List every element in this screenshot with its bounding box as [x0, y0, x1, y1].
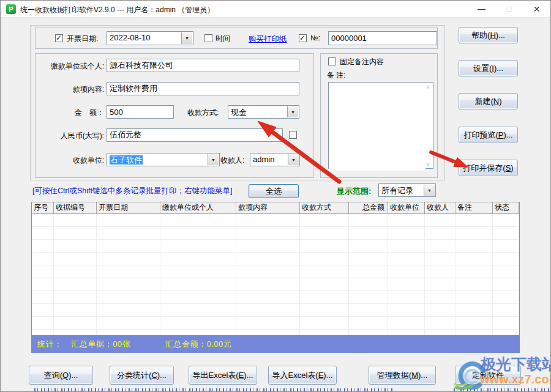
time-checkbox[interactable]	[204, 34, 212, 42]
invoice-date-label: 开票日期:	[67, 34, 98, 44]
label: E	[318, 371, 324, 380]
number-input[interactable]	[328, 31, 437, 45]
table-cell	[425, 317, 455, 329]
payment-method-label: 收款方式:	[187, 108, 219, 118]
scroll-up-icon[interactable]: ∧	[424, 84, 432, 90]
chevron-down-icon[interactable]: ▼	[288, 154, 299, 165]
payee-combobox[interactable]: admin ▼	[250, 153, 300, 166]
select-all-button[interactable]: 全选	[249, 184, 299, 198]
column-header-2[interactable]: 收据编号	[54, 202, 97, 214]
number-label: №:	[310, 34, 320, 42]
invoice-date-combobox[interactable]: 2022-08-10 ▼	[107, 31, 193, 45]
table-cell	[455, 317, 493, 329]
label: )...	[244, 371, 253, 380]
table-cell	[388, 278, 425, 290]
table-cell	[349, 214, 388, 226]
table-cell	[32, 278, 54, 290]
chevron-down-icon[interactable]: ▼	[424, 185, 435, 196]
caps-amount-input[interactable]	[107, 128, 283, 142]
column-header-3[interactable]: 开票日期	[97, 202, 160, 214]
query-button[interactable]: 查询(Q)...	[29, 366, 93, 385]
import-excel-button[interactable]: 导入Excel表(E)...	[268, 366, 337, 385]
table-cell	[97, 214, 160, 226]
maximize-button[interactable]: □	[495, 1, 523, 17]
table-cell	[54, 240, 97, 252]
item-input[interactable]	[107, 82, 299, 95]
table-cell	[388, 317, 425, 329]
table-cell	[54, 330, 97, 336]
table-cell	[160, 214, 236, 226]
payee-unit-combobox[interactable]: 石子软件 ▼	[107, 153, 220, 166]
chevron-down-icon[interactable]: ▼	[208, 154, 219, 165]
chevron-down-icon[interactable]: ▼	[181, 32, 192, 44]
table-cell	[493, 214, 519, 226]
minimize-button[interactable]: —	[468, 1, 495, 17]
records-table[interactable]: 序号收据编号开票日期缴款单位或个人款项内容收款方式总金额收款单位收款人备注状态	[31, 202, 520, 336]
table-cell	[54, 278, 97, 290]
column-header-8[interactable]: 收款单位	[388, 202, 425, 214]
title-bar: P 统一收款收据打印软件V2.9.0 --- 用户名：admin （管理员） —…	[1, 1, 550, 18]
table-cell	[236, 265, 300, 278]
invoice-date-checkbox[interactable]	[55, 34, 63, 42]
table-cell	[349, 253, 388, 265]
buy-paper-link[interactable]: 购买打印纸	[249, 34, 287, 45]
column-header-7[interactable]: 总金额	[349, 202, 388, 214]
label: 帮助(	[471, 30, 490, 41]
table-cell	[300, 214, 349, 226]
table-cell	[388, 227, 425, 239]
column-header-1[interactable]: 序号	[32, 202, 54, 214]
table-row	[32, 304, 519, 317]
app-icon: P	[6, 4, 16, 14]
print-save-button[interactable]: 打印并保存(S)	[459, 160, 518, 176]
table-cell	[97, 291, 160, 303]
caps-amount-checkbox[interactable]	[289, 131, 297, 139]
column-header-11[interactable]: 状态	[493, 202, 519, 214]
table-cell	[455, 227, 493, 239]
label: 定制软件	[472, 370, 504, 381]
column-header-10[interactable]: 备注	[455, 202, 493, 214]
amount-input[interactable]	[107, 105, 174, 119]
manage-data-button[interactable]: 管理数据(M)...	[369, 366, 436, 385]
table-cell	[236, 278, 300, 290]
print-preview-button[interactable]: 打印预览(P)...	[459, 127, 518, 143]
label: 查询(	[44, 370, 62, 381]
label: 新建(	[474, 96, 493, 107]
chevron-down-icon[interactable]: ▼	[287, 106, 298, 117]
help-button[interactable]: 帮助(H)...	[459, 27, 518, 43]
display-range-combobox[interactable]: 所有记录 ▼	[378, 183, 436, 197]
table-cell	[97, 253, 160, 265]
payer-label: 缴款单位或个人:	[38, 61, 104, 72]
close-button[interactable]: ✕	[523, 1, 550, 17]
fixed-note-checkbox[interactable]	[328, 57, 336, 65]
settings-button[interactable]: 设置(I)...	[459, 60, 518, 76]
table-cell	[455, 330, 493, 336]
table-cell	[54, 214, 97, 226]
note-textarea[interactable]	[329, 83, 425, 171]
table-cell	[97, 227, 160, 239]
table-cell	[300, 291, 349, 303]
number-checkbox[interactable]	[299, 34, 307, 42]
table-cell	[455, 278, 493, 290]
column-header-5[interactable]: 款项内容	[236, 202, 300, 214]
payer-input[interactable]	[107, 59, 299, 72]
table-cell	[455, 265, 493, 278]
table-cell	[32, 253, 54, 265]
export-excel-button[interactable]: 导出Excel表(E)...	[189, 366, 257, 385]
table-cell	[160, 265, 236, 278]
table-row	[32, 253, 519, 265]
classify-stats-button[interactable]: 分类统计(C)...	[110, 366, 174, 385]
table-cell	[493, 240, 519, 252]
new-button[interactable]: 新建(N)	[459, 93, 518, 109]
label: C	[151, 371, 157, 380]
scroll-down-icon[interactable]: ∨	[424, 161, 432, 167]
table-cell	[455, 253, 493, 265]
column-header-4[interactable]: 缴款单位或个人	[160, 202, 236, 214]
payment-method-combobox[interactable]: 现金 ▼	[228, 105, 299, 119]
column-header-9[interactable]: 收款人	[425, 202, 455, 214]
label: H	[490, 31, 495, 40]
custom-software-button[interactable]: 定制软件	[455, 366, 521, 385]
label: )...	[503, 130, 512, 139]
column-header-6[interactable]: 收款方式	[300, 202, 349, 214]
table-cell	[54, 291, 97, 303]
table-cell	[300, 330, 349, 336]
